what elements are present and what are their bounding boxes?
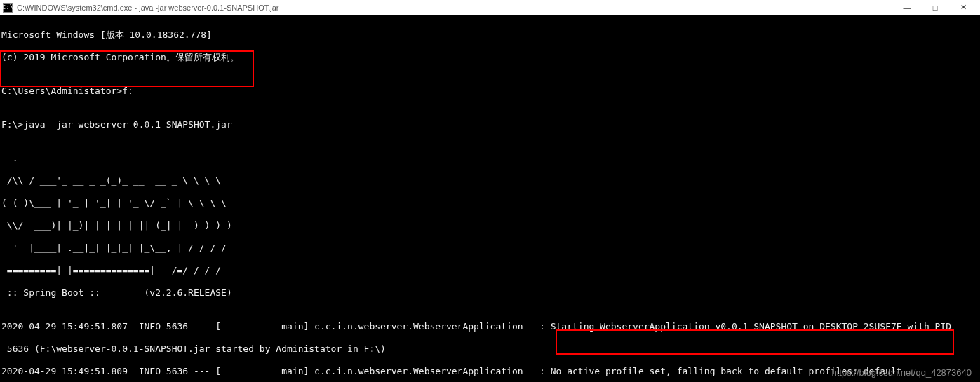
window-titlebar: C:\ C:\WINDOWS\system32\cmd.exe - java -… <box>0 0 980 15</box>
terminal-line: Microsoft Windows [版本 10.0.18362.778] <box>1 29 979 41</box>
window-title: C:\WINDOWS\system32\cmd.exe - java -jar … <box>17 4 893 12</box>
terminal-line: C:\Users\Administator>f: <box>1 86 979 97</box>
ascii-art-line: =========|_|==============|___/=/_/_/_/ <box>1 265 979 276</box>
watermark-text: https://blog.csdn.net/qq_42873640 <box>832 367 972 378</box>
maximize-button[interactable]: □ <box>921 0 949 15</box>
ascii-art-line: . ____ _ __ _ _ <box>1 153 979 164</box>
ascii-art-line: ' |____| .__|_| |_|_| |_\__, | / / / / <box>1 243 979 254</box>
terminal-output[interactable]: Microsoft Windows [版本 10.0.18362.778] (c… <box>0 15 980 382</box>
log-line: 2020-04-29 15:49:51.807 INFO 5636 --- [ … <box>1 321 979 332</box>
terminal-line: (c) 2019 Microsoft Corporation。保留所有权利。 <box>1 52 979 63</box>
ascii-art-line: ( ( )\___ | '_ | '_| | '_ \/ _` | \ \ \ … <box>1 198 979 209</box>
cmd-icon: C:\ <box>3 3 13 13</box>
ascii-art-line: \\/ ___)| |_)| | | | | || (_| | ) ) ) ) <box>1 220 979 231</box>
window-controls: — □ ✕ <box>893 0 977 15</box>
spring-boot-version: :: Spring Boot :: (v2.2.6.RELEASE) <box>1 287 979 299</box>
ascii-art-line: /\\ / ___'_ __ _ _(_)_ __ __ _ \ \ \ \ <box>1 175 979 186</box>
close-button[interactable]: ✕ <box>949 0 977 15</box>
terminal-line: F:\>java -jar webserver-0.0.1-SNAPSHOT.j… <box>1 119 979 130</box>
minimize-button[interactable]: — <box>893 0 921 15</box>
log-line: 5636 (F:\webserver-0.0.1-SNAPSHOT.jar st… <box>1 343 979 355</box>
